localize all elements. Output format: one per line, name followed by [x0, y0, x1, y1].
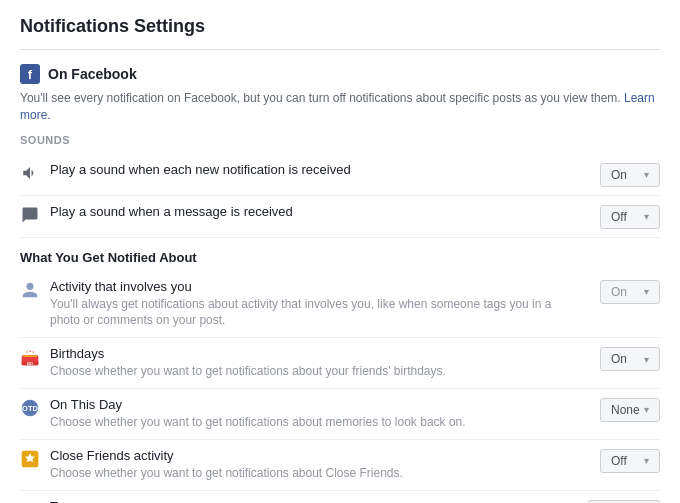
- tags-control[interactable]: Anyone ▾: [588, 500, 660, 503]
- sound-message-dropdown[interactable]: Off ▾: [600, 205, 660, 229]
- chevron-down-icon: ▾: [644, 169, 649, 180]
- on-facebook-header: f On Facebook: [20, 64, 660, 84]
- sound-notification-control[interactable]: On ▾: [600, 163, 660, 187]
- sound-message-icon: [20, 205, 40, 225]
- activity-row: Activity that involves you You'll always…: [20, 271, 660, 339]
- chevron-down-icon: ▾: [644, 211, 649, 222]
- sound-message-label: Play a sound when a message is received: [50, 204, 293, 219]
- page-title: Notifications Settings: [20, 16, 660, 37]
- close-friends-icon: [20, 449, 40, 469]
- birthdays-control[interactable]: On ▾: [600, 347, 660, 371]
- birthdays-icon: BD: [20, 347, 40, 367]
- sound-notification-row: Play a sound when each new notification …: [20, 154, 660, 196]
- tags-dropdown[interactable]: Anyone ▾: [588, 500, 660, 503]
- sound-notification-icon: [20, 163, 40, 183]
- close-friends-control[interactable]: Off ▾: [600, 449, 660, 473]
- on-facebook-section: f On Facebook You'll see every notificat…: [20, 64, 660, 503]
- birthdays-dropdown[interactable]: On ▾: [600, 347, 660, 371]
- close-friends-desc: Choose whether you want to get notificat…: [50, 465, 584, 482]
- on-this-day-row: OTD On This Day Choose whether you want …: [20, 389, 660, 440]
- tags-row: Tags Get notifications when you're tagge…: [20, 491, 660, 503]
- svg-rect-5: [23, 356, 36, 358]
- chevron-down-icon: ▾: [644, 455, 649, 466]
- activity-icon: [20, 280, 40, 300]
- activity-label: Activity that involves you: [50, 279, 192, 294]
- svg-text:OTD: OTD: [22, 404, 38, 413]
- on-facebook-desc: You'll see every notification on Faceboo…: [20, 90, 660, 124]
- on-this-day-label: On This Day: [50, 397, 122, 412]
- activity-desc: You'll always get notifications about ac…: [50, 296, 584, 330]
- close-friends-row: Close Friends activity Choose whether yo…: [20, 440, 660, 491]
- on-facebook-title: On Facebook: [48, 66, 137, 82]
- section-divider: [20, 49, 660, 50]
- what-notified-title: What You Get Notified About: [20, 250, 660, 265]
- page-wrapper: Notifications Settings f On Facebook You…: [0, 0, 680, 503]
- on-this-day-icon: OTD: [20, 398, 40, 418]
- chevron-down-icon: ▾: [644, 404, 649, 415]
- sound-notification-label: Play a sound when each new notification …: [50, 162, 351, 177]
- sounds-title: SOUNDS: [20, 134, 660, 146]
- activity-control: On ▾: [600, 280, 660, 304]
- on-this-day-control[interactable]: None ▾: [600, 398, 660, 422]
- birthdays-row: BD Birthdays Choose whether you want to …: [20, 338, 660, 389]
- birthdays-desc: Choose whether you want to get notificat…: [50, 363, 584, 380]
- chevron-down-icon: ▾: [644, 286, 649, 297]
- sound-message-row: Play a sound when a message is received …: [20, 196, 660, 238]
- close-friends-dropdown[interactable]: Off ▾: [600, 449, 660, 473]
- sound-notification-dropdown[interactable]: On ▾: [600, 163, 660, 187]
- facebook-icon: f: [20, 64, 40, 84]
- svg-text:BD: BD: [27, 361, 33, 366]
- close-friends-label: Close Friends activity: [50, 448, 174, 463]
- birthdays-label: Birthdays: [50, 346, 104, 361]
- tags-label: Tags: [50, 499, 77, 503]
- on-this-day-dropdown[interactable]: None ▾: [600, 398, 660, 422]
- sound-message-control[interactable]: Off ▾: [600, 205, 660, 229]
- chevron-down-icon: ▾: [644, 354, 649, 365]
- tags-icon: [20, 500, 40, 503]
- activity-dropdown: On ▾: [600, 280, 660, 304]
- on-this-day-desc: Choose whether you want to get notificat…: [50, 414, 584, 431]
